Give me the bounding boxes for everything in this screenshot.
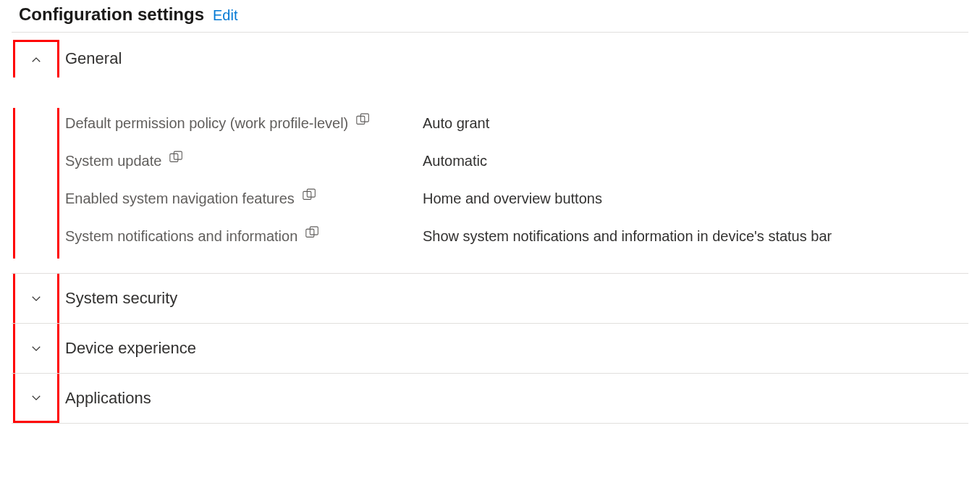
section-header-general[interactable]: General	[12, 33, 968, 85]
highlight-spacer	[13, 108, 59, 259]
setting-label: Enabled system navigation features	[65, 188, 295, 209]
setting-row: System notifications and information Sho…	[65, 221, 968, 259]
copy-icon[interactable]	[355, 112, 371, 125]
copy-icon[interactable]	[169, 150, 185, 163]
setting-label: System update	[65, 150, 161, 172]
section-title: Device experience	[59, 339, 196, 358]
section-content-general: Default permission policy (work profile-…	[12, 85, 968, 274]
copy-icon[interactable]	[302, 188, 318, 201]
setting-value: Show system notifications and informatio…	[423, 225, 968, 247]
chevron-down-icon[interactable]	[13, 374, 59, 423]
setting-label: Default permission policy (work profile-…	[65, 112, 348, 134]
edit-link[interactable]: Edit	[213, 7, 237, 24]
setting-value: Auto grant	[423, 112, 968, 134]
setting-row: Default permission policy (work profile-…	[65, 108, 968, 146]
setting-row: Enabled system navigation features Home …	[65, 183, 968, 221]
setting-value: Automatic	[423, 150, 968, 172]
chevron-down-icon[interactable]	[13, 324, 59, 373]
setting-row: System update Automatic	[65, 146, 968, 183]
copy-icon[interactable]	[305, 225, 321, 238]
section-title: Applications	[59, 389, 151, 408]
chevron-up-icon[interactable]	[13, 40, 59, 77]
setting-label: System notifications and information	[65, 225, 297, 247]
setting-value: Home and overview buttons	[423, 188, 968, 209]
section-title: General	[59, 49, 122, 68]
section-header-system-security[interactable]: System security	[12, 274, 968, 324]
section-title: System security	[59, 289, 177, 308]
chevron-down-icon[interactable]	[13, 274, 59, 323]
section-header-applications[interactable]: Applications	[12, 374, 968, 424]
page-title: Configuration settings	[19, 4, 204, 25]
section-header-device-experience[interactable]: Device experience	[12, 324, 968, 374]
